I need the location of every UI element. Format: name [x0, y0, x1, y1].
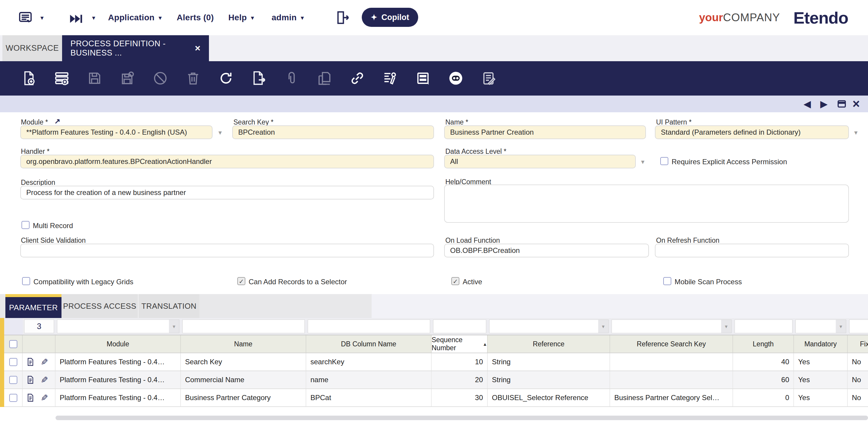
grid-header-row: Module Name DB Column Name Sequence Numb…: [4, 335, 868, 353]
filter-fixed-input[interactable]: [849, 320, 868, 333]
subtab-process-access[interactable]: PROCESS ACCESS: [61, 294, 138, 318]
logout-icon[interactable]: [334, 9, 350, 26]
menu-user[interactable]: admin ▾: [272, 0, 304, 35]
previous-record-icon[interactable]: ◀: [804, 95, 811, 112]
table-row[interactable]: ✎ Platform Features Testing - 0.4… Busin…: [4, 389, 868, 407]
copilot-robot-icon[interactable]: [448, 70, 464, 86]
parameter-subtab-label: PARAMETER: [9, 303, 58, 312]
row-checkbox[interactable]: [9, 376, 17, 384]
requires-explicit-access-checkbox[interactable]: [660, 157, 668, 165]
filter-reference-input[interactable]: ▼: [489, 320, 609, 333]
data-access-level-field[interactable]: All: [444, 155, 636, 169]
ui-pattern-field[interactable]: Standard (Parameters defined in Dictiona…: [655, 125, 849, 139]
client-side-validation-field[interactable]: [20, 244, 434, 258]
column-header-db-column[interactable]: DB Column Name: [306, 335, 432, 353]
process-tools-icon[interactable]: [382, 70, 398, 86]
compatibility-legacy-grids-checkbox[interactable]: [22, 277, 30, 285]
filter-module-input[interactable]: ▼: [57, 320, 179, 333]
clone-icon[interactable]: [316, 70, 333, 86]
tab-workspace[interactable]: WORKSPACE: [2, 35, 62, 61]
table-row[interactable]: ✎ Platform Features Testing - 0.4… Comme…: [4, 371, 868, 389]
edit-record-icon[interactable]: ✎: [40, 357, 48, 367]
close-window-icon[interactable]: ×: [852, 95, 860, 112]
subtab-translation[interactable]: TRANSLATION: [138, 294, 199, 318]
copilot-button[interactable]: ✦ Copilot: [362, 8, 418, 27]
maximize-window-icon[interactable]: [836, 95, 847, 112]
fast-forward-caret[interactable]: ▾: [88, 0, 95, 35]
table-row[interactable]: ✎ Platform Features Testing - 0.4… Searc…: [4, 353, 868, 371]
chevron-down-icon[interactable]: ▼: [169, 320, 179, 333]
menu-caret[interactable]: ▾: [36, 0, 43, 35]
filter-sequence-input[interactable]: [433, 320, 486, 333]
column-header-module[interactable]: Module: [56, 335, 181, 353]
menu-help[interactable]: Help ▾: [228, 0, 254, 35]
grid-form-toggle-icon[interactable]: [415, 70, 431, 86]
open-record-icon[interactable]: [26, 393, 35, 402]
row-checkbox[interactable]: [9, 358, 17, 366]
fast-forward-icon[interactable]: [68, 11, 84, 27]
chevron-down-icon[interactable]: ▼: [721, 320, 731, 333]
chevron-down-icon[interactable]: ▼: [217, 129, 223, 136]
column-header-length[interactable]: Length: [733, 335, 794, 353]
filter-name-input[interactable]: [182, 320, 305, 333]
mobile-scan-process-checkbox[interactable]: [663, 277, 671, 285]
attachment-icon[interactable]: [284, 70, 300, 86]
description-field[interactable]: Process for the creation of a new busine…: [20, 186, 434, 200]
column-header-name[interactable]: Name: [181, 335, 306, 353]
filter-reference-search-key-input[interactable]: ▼: [612, 320, 732, 333]
active-checkbox[interactable]: [451, 277, 459, 285]
chevron-down-icon[interactable]: ▼: [853, 129, 859, 136]
column-header-mandatory[interactable]: Mandatory: [794, 335, 848, 353]
help-comment-textarea[interactable]: [444, 184, 849, 223]
filter-length-input[interactable]: [735, 320, 793, 333]
close-tab-icon[interactable]: ×: [195, 43, 200, 54]
horizontal-scrollbar[interactable]: [56, 416, 868, 420]
tab-process-definition[interactable]: PROCESS DEFINITION - BUSINESS ... ×: [62, 35, 209, 61]
refresh-icon[interactable]: [218, 70, 234, 86]
new-record-icon[interactable]: [21, 70, 37, 86]
chevron-down-icon[interactable]: ▼: [836, 320, 846, 333]
sparkle-icon: ✦: [371, 13, 377, 21]
row-checkbox[interactable]: [9, 394, 17, 402]
brand-your: your: [699, 11, 723, 24]
column-header-reference[interactable]: Reference: [488, 335, 610, 353]
menu-book-icon[interactable]: [17, 9, 33, 26]
chevron-down-icon[interactable]: ▼: [640, 159, 646, 166]
cancel-icon[interactable]: [152, 70, 168, 86]
module-field[interactable]: **Platform Features Testing - 0.4.0 - En…: [20, 125, 213, 139]
column-header-sequence[interactable]: Sequence Number▲: [432, 335, 488, 353]
next-record-icon[interactable]: ▶: [820, 95, 828, 112]
on-refresh-function-field[interactable]: [655, 244, 849, 258]
handler-field[interactable]: org.openbravo.platform.features.BPCreati…: [20, 155, 434, 169]
menu-application[interactable]: Application ▾: [108, 0, 162, 35]
on-load-function-field[interactable]: OB.OBPF.BPCreation: [444, 244, 649, 258]
open-record-icon[interactable]: [26, 375, 35, 385]
can-add-records-selector-checkbox[interactable]: [237, 277, 245, 285]
module-label: Module *: [21, 118, 48, 126]
filter-mandatory-input[interactable]: ▼: [796, 320, 846, 333]
notes-icon[interactable]: [480, 70, 497, 86]
link-icon[interactable]: [349, 70, 365, 86]
column-header-reference-search-key[interactable]: Reference Search Key: [610, 335, 733, 353]
new-row-grid-icon[interactable]: [54, 70, 70, 86]
filter-db-column-input[interactable]: [308, 320, 430, 333]
select-all-checkbox[interactable]: [9, 340, 17, 348]
save-new-icon[interactable]: [119, 70, 135, 86]
delete-icon[interactable]: [185, 70, 201, 86]
edit-record-icon[interactable]: ✎: [40, 393, 48, 403]
menu-alerts[interactable]: Alerts (0): [177, 0, 214, 35]
multi-record-checkbox[interactable]: [22, 221, 30, 229]
chevron-down-icon[interactable]: ▼: [598, 320, 608, 333]
name-field[interactable]: Business Partner Creation: [444, 125, 646, 139]
row-actions-header: [23, 335, 56, 353]
edit-record-icon[interactable]: ✎: [40, 375, 48, 385]
requires-explicit-access-label: Requires Explicit Access Permission: [672, 158, 787, 166]
brand-company: COMPANY: [723, 11, 780, 24]
module-link-icon[interactable]: ↗: [54, 117, 60, 125]
column-header-fixed[interactable]: Fixed: [848, 335, 868, 353]
open-record-icon[interactable]: [26, 357, 35, 367]
save-icon[interactable]: [87, 70, 103, 86]
search-key-field[interactable]: BPCreation: [232, 125, 434, 139]
subtab-parameter[interactable]: PARAMETER: [5, 297, 61, 318]
export-icon[interactable]: [251, 70, 267, 86]
